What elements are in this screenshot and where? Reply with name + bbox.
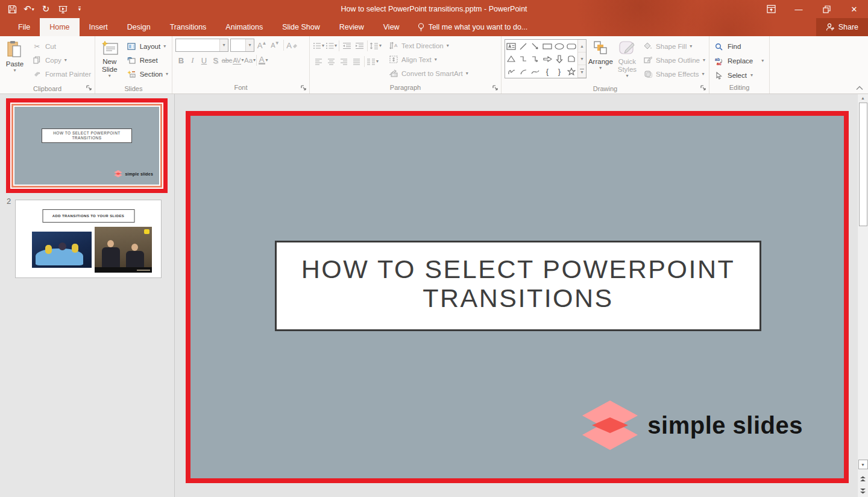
character-spacing-button[interactable]: AV▾ [233,54,244,67]
shape-star[interactable] [565,65,577,78]
shape-oval[interactable] [553,40,565,52]
close-button[interactable]: ✕ [840,0,868,18]
cut-button[interactable]: ✂ Cut [29,39,94,53]
decrease-font-size-button[interactable]: A▼ [269,39,281,52]
shape-arrow[interactable] [529,40,541,52]
shapes-scroll-down-button[interactable]: ▼ [578,52,586,65]
restore-button[interactable] [813,0,840,18]
find-button[interactable]: Find [710,39,744,54]
tab-slideshow[interactable]: Slide Show [272,18,330,36]
slide-canvas[interactable]: HOW TO SELECT POWERPOINT TRANSITIONS sim… [190,116,844,478]
shape-elbow-connector[interactable] [517,52,529,65]
save-icon[interactable] [4,1,20,17]
shape-right-arrow[interactable] [541,52,553,65]
slide-2-thumbnail[interactable]: ADD TRANSITIONS TO YOUR SLIDES [15,200,162,278]
shape-outline-button[interactable]: Shape Outline ▾ [640,53,708,67]
text-direction-button[interactable]: A Text Direction ▾ [385,39,471,52]
section-button[interactable]: Section ▾ [124,67,171,81]
bold-button[interactable]: B [175,54,187,67]
customize-qat-button[interactable]: ▾ [71,1,88,17]
underline-button[interactable]: U [198,54,210,67]
undo-button[interactable]: ↶▾ [20,1,37,17]
select-button[interactable]: Select ▾ [710,68,756,83]
tab-animations[interactable]: Animations [216,18,272,36]
tab-home[interactable]: Home [40,18,79,36]
clipboard-dialog-launcher[interactable] [86,85,92,91]
ribbon-display-options-button[interactable] [757,0,785,18]
shape-left-brace[interactable]: { [541,65,553,78]
increase-indent-button[interactable] [354,39,365,52]
columns-button[interactable]: ▾ [366,55,379,68]
minimize-button[interactable]: — [785,0,813,18]
shapes-scroll-up-button[interactable]: ▲ [578,40,586,52]
text-shadow-button[interactable]: S [210,54,221,67]
scrollbar-down-button[interactable]: ▼ [858,460,868,469]
shape-down-arrow[interactable] [553,52,565,65]
shape-rounded-rectangle[interactable] [565,40,577,52]
shape-freeform[interactable] [505,65,517,78]
quick-styles-button[interactable]: Quick Styles ▾ [615,38,640,84]
convert-smartart-button[interactable]: Convert to SmartArt ▾ [385,66,471,80]
slide-title-textbox[interactable]: HOW TO SELECT POWERPOINT TRANSITIONS [275,241,761,331]
tab-view[interactable]: View [374,18,409,36]
align-text-button[interactable]: Align Text ▾ [385,52,471,66]
italic-button[interactable]: I [187,54,198,67]
shape-rectangle[interactable] [541,40,553,52]
share-button[interactable]: Share [816,18,868,36]
tell-me-box[interactable]: Tell me what you want to do... [409,18,536,36]
undo-caret-icon[interactable]: ▾ [32,7,34,12]
font-color-button[interactable]: A▾ [257,54,269,67]
clear-formatting-button[interactable]: A [286,39,298,52]
layout-button[interactable]: Layout ▾ [124,39,171,53]
slide-logo[interactable]: simple slides [582,400,803,450]
align-right-button[interactable] [338,55,350,68]
shape-effects-button[interactable]: Shape Effects ▾ [640,67,708,81]
slide-1-thumbnail[interactable]: HOW TO SELECT POWERPOINT TRANSITIONS sim… [6,98,168,193]
shape-textbox[interactable] [505,40,517,52]
tab-file[interactable]: File [8,18,40,36]
shape-snip-corner[interactable] [565,52,577,65]
drawing-dialog-launcher[interactable] [700,85,706,91]
shape-elbow-arrow-connector[interactable] [529,52,541,65]
tab-insert[interactable]: Insert [80,18,118,36]
shape-triangle[interactable] [505,52,517,65]
shape-fill-button[interactable]: Shape Fill ▾ [640,39,708,53]
shapes-more-button[interactable]: ▼ [578,65,586,78]
bullets-button[interactable]: ▾ [313,39,324,52]
collapse-ribbon-button[interactable] [856,86,863,90]
decrease-indent-button[interactable] [341,39,353,52]
font-name-combobox[interactable]: ▾ [175,39,228,52]
reset-button[interactable]: Reset [124,53,171,67]
align-center-button[interactable] [326,55,337,68]
shape-arc[interactable] [517,65,529,78]
font-size-combobox[interactable]: ▾ [230,39,254,52]
line-spacing-button[interactable]: ▾ [370,39,382,52]
shape-curve[interactable] [529,65,541,78]
numbering-button[interactable]: ▾ [326,39,337,52]
scrollbar-up-button[interactable]: ▲ [858,94,868,102]
strikethrough-button[interactable]: abc [221,54,233,67]
format-painter-button[interactable]: Format Painter [29,67,94,81]
shape-right-brace[interactable]: } [553,65,565,78]
copy-button[interactable]: Copy ▾ [29,53,94,67]
change-case-button[interactable]: Aa▾ [244,54,256,67]
replace-button[interactable]: abac Replace ▾ [710,54,767,68]
redo-button[interactable]: ↻ [37,1,54,17]
font-dialog-launcher[interactable] [301,85,307,91]
tab-review[interactable]: Review [330,18,374,36]
previous-slide-button[interactable] [860,475,866,483]
arrange-button[interactable]: Arrange ▾ [587,38,615,84]
start-slideshow-button[interactable] [54,1,71,17]
justify-button[interactable] [351,55,362,68]
paragraph-dialog-launcher[interactable] [492,85,498,91]
tab-transitions[interactable]: Transitions [160,18,216,36]
increase-font-size-button[interactable]: A▲ [256,39,268,52]
tab-design[interactable]: Design [118,18,160,36]
new-slide-button[interactable]: New Slide ▾ [96,38,124,84]
format-painter-label: Format Painter [45,71,91,78]
next-slide-button[interactable] [860,487,866,495]
shape-line[interactable] [517,40,529,52]
scrollbar-thumb[interactable] [859,103,867,226]
paste-button[interactable]: Paste ▾ [1,38,29,84]
align-left-button[interactable] [313,55,324,68]
